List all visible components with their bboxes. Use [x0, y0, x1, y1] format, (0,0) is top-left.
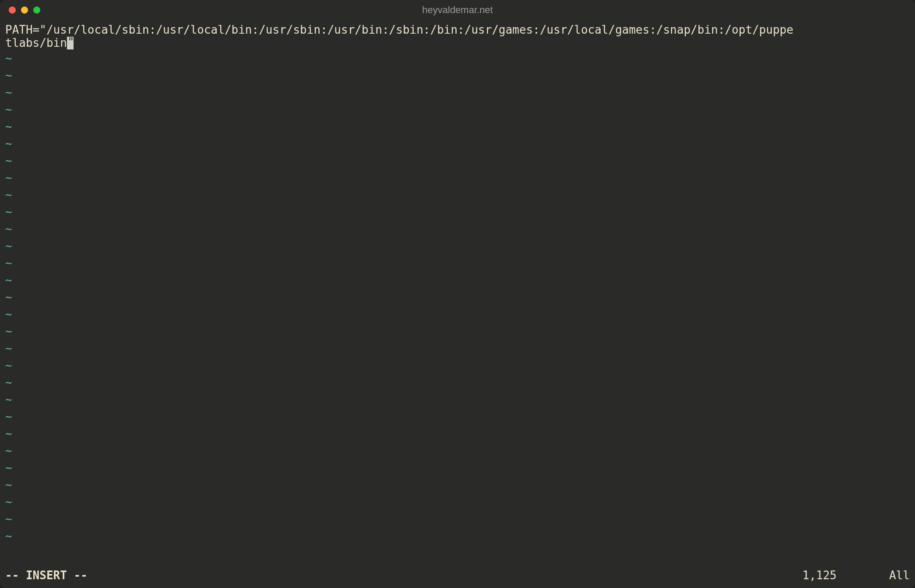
empty-line-tilde: ~ [5, 169, 910, 186]
empty-line-tilde: ~ [5, 408, 910, 425]
scroll-indicator: All [889, 569, 910, 582]
empty-line-tilde: ~ [5, 152, 910, 169]
editor-body[interactable]: PATH="/usr/local/sbin:/usr/local/bin:/us… [0, 20, 915, 567]
empty-line-tilde: ~ [5, 425, 910, 442]
empty-line-tilde: ~ [5, 511, 910, 528]
empty-line-tilde: ~ [5, 391, 910, 408]
vim-statusbar: -- INSERT -- 1,125 All [0, 567, 915, 588]
vim-mode-indicator: -- INSERT -- [5, 569, 88, 582]
text-cursor [67, 37, 74, 49]
empty-line-tilde: ~ [5, 340, 910, 357]
empty-line-tilde: ~ [5, 306, 910, 323]
empty-line-tilde: ~ [5, 528, 910, 545]
empty-line-tilde: ~ [5, 238, 910, 255]
empty-line-tilde: ~ [5, 476, 910, 494]
content-line-2[interactable]: tlabs/bin [5, 36, 67, 49]
empty-line-tilde: ~ [5, 67, 910, 84]
empty-line-tilde: ~ [5, 220, 910, 238]
empty-line-tilde: ~ [5, 374, 910, 391]
empty-line-tilde: ~ [5, 323, 910, 340]
terminal-window: heyvaldemar.net PATH="/usr/local/sbin:/u… [0, 0, 915, 588]
empty-line-tilde: ~ [5, 50, 910, 67]
content-line-1[interactable]: PATH="/usr/local/sbin:/usr/local/bin:/us… [5, 24, 793, 36]
minimize-icon[interactable] [21, 7, 28, 14]
maximize-icon[interactable] [33, 7, 40, 14]
status-right: 1,125 All [802, 569, 910, 582]
window-title: heyvaldemar.net [422, 4, 493, 16]
empty-line-tilde: ~ [5, 203, 910, 220]
window-titlebar[interactable]: heyvaldemar.net [0, 0, 915, 20]
empty-line-tilde: ~ [5, 494, 910, 511]
empty-line-tilde: ~ [5, 101, 910, 118]
empty-line-tilde: ~ [5, 442, 910, 459]
cursor-position: 1,125 [802, 569, 837, 582]
empty-line-tilde: ~ [5, 135, 910, 152]
empty-line-tilde: ~ [5, 118, 910, 135]
empty-line-tilde: ~ [5, 357, 910, 374]
close-icon[interactable] [9, 7, 16, 14]
traffic-lights [0, 7, 40, 14]
empty-line-tilde: ~ [5, 255, 910, 272]
empty-line-tilde: ~ [5, 459, 910, 476]
empty-line-tilde: ~ [5, 272, 910, 289]
empty-line-tilde: ~ [5, 289, 910, 306]
editor-text-content[interactable]: PATH="/usr/local/sbin:/usr/local/bin:/us… [5, 24, 910, 50]
empty-line-tilde: ~ [5, 186, 910, 203]
editor-content-area[interactable]: PATH="/usr/local/sbin:/usr/local/bin:/us… [5, 24, 910, 567]
empty-line-tilde: ~ [5, 84, 910, 101]
empty-lines: ~~~~~~~~~~~~~~~~~~~~~~~~~~~~~ [5, 50, 910, 567]
